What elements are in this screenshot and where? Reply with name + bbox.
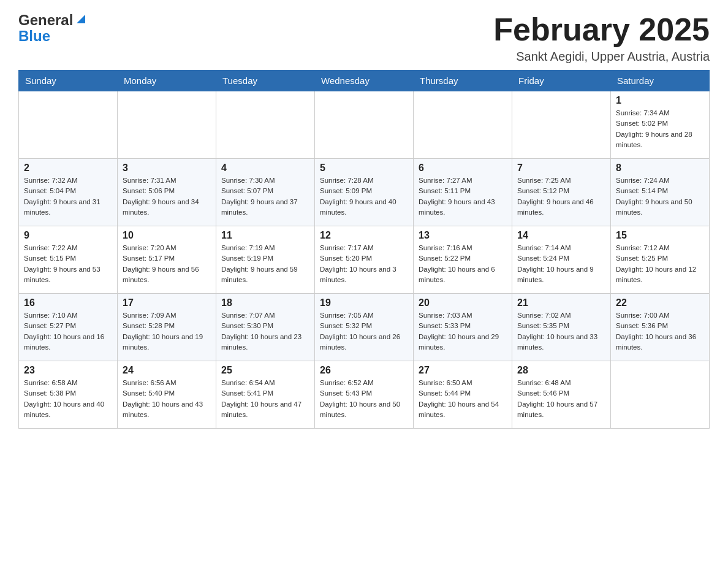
day-info: Sunrise: 6:52 AMSunset: 5:43 PMDaylight:… <box>320 378 408 420</box>
logo: General Blue <box>18 12 85 45</box>
calendar-cell: 6Sunrise: 7:27 AMSunset: 5:11 PMDaylight… <box>414 159 512 226</box>
title-section: February 2025 Sankt Aegidi, Upper Austri… <box>493 12 710 64</box>
calendar-cell: 27Sunrise: 6:50 AMSunset: 5:44 PMDayligh… <box>414 361 512 429</box>
calendar-cell: 12Sunrise: 7:17 AMSunset: 5:20 PMDayligh… <box>315 226 414 294</box>
calendar-cell <box>611 361 710 429</box>
calendar-cell <box>414 91 512 159</box>
day-info: Sunrise: 6:54 AMSunset: 5:41 PMDaylight:… <box>221 378 309 420</box>
calendar-cell: 10Sunrise: 7:20 AMSunset: 5:17 PMDayligh… <box>118 226 216 294</box>
calendar-cell: 1Sunrise: 7:34 AMSunset: 5:02 PMDaylight… <box>611 91 710 159</box>
calendar-cell: 26Sunrise: 6:52 AMSunset: 5:43 PMDayligh… <box>315 361 414 429</box>
calendar-cell: 22Sunrise: 7:00 AMSunset: 5:36 PMDayligh… <box>611 294 710 361</box>
day-number: 14 <box>517 230 605 241</box>
day-number: 2 <box>24 163 112 174</box>
col-wednesday: Wednesday <box>315 71 414 91</box>
day-number: 24 <box>123 365 211 376</box>
calendar-cell: 16Sunrise: 7:10 AMSunset: 5:27 PMDayligh… <box>19 294 118 361</box>
calendar-cell <box>118 91 216 159</box>
calendar-cell: 2Sunrise: 7:32 AMSunset: 5:04 PMDaylight… <box>19 159 118 226</box>
day-info: Sunrise: 7:32 AMSunset: 5:04 PMDaylight:… <box>24 175 112 218</box>
day-info: Sunrise: 7:34 AMSunset: 5:02 PMDaylight:… <box>616 108 704 150</box>
day-number: 20 <box>419 297 507 308</box>
day-number: 28 <box>517 365 605 376</box>
calendar-week-row: 16Sunrise: 7:10 AMSunset: 5:27 PMDayligh… <box>19 294 710 361</box>
calendar-cell: 4Sunrise: 7:30 AMSunset: 5:07 PMDaylight… <box>216 159 315 226</box>
calendar-cell: 11Sunrise: 7:19 AMSunset: 5:19 PMDayligh… <box>216 226 315 294</box>
day-number: 13 <box>419 230 507 241</box>
col-friday: Friday <box>512 71 611 91</box>
day-info: Sunrise: 7:16 AMSunset: 5:22 PMDaylight:… <box>419 243 507 285</box>
calendar-cell: 20Sunrise: 7:03 AMSunset: 5:33 PMDayligh… <box>414 294 512 361</box>
logo-blue-text: Blue <box>18 28 85 44</box>
day-info: Sunrise: 6:56 AMSunset: 5:40 PMDaylight:… <box>123 378 211 420</box>
calendar-cell <box>216 91 315 159</box>
calendar-cell: 7Sunrise: 7:25 AMSunset: 5:12 PMDaylight… <box>512 159 611 226</box>
calendar-cell <box>19 91 118 159</box>
col-thursday: Thursday <box>414 71 512 91</box>
calendar-cell: 25Sunrise: 6:54 AMSunset: 5:41 PMDayligh… <box>216 361 315 429</box>
logo-triangle-icon <box>74 13 85 28</box>
calendar-table: Sunday Monday Tuesday Wednesday Thursday… <box>18 70 710 429</box>
day-number: 1 <box>616 95 704 106</box>
calendar-cell <box>512 91 611 159</box>
day-info: Sunrise: 6:58 AMSunset: 5:38 PMDaylight:… <box>24 378 112 420</box>
calendar-cell: 13Sunrise: 7:16 AMSunset: 5:22 PMDayligh… <box>414 226 512 294</box>
day-info: Sunrise: 7:20 AMSunset: 5:17 PMDaylight:… <box>123 243 211 285</box>
day-number: 15 <box>616 230 704 241</box>
calendar-cell: 19Sunrise: 7:05 AMSunset: 5:32 PMDayligh… <box>315 294 414 361</box>
col-monday: Monday <box>118 71 216 91</box>
calendar-cell: 5Sunrise: 7:28 AMSunset: 5:09 PMDaylight… <box>315 159 414 226</box>
day-info: Sunrise: 7:30 AMSunset: 5:07 PMDaylight:… <box>221 175 309 218</box>
day-number: 18 <box>221 297 309 308</box>
day-number: 16 <box>24 297 112 308</box>
day-number: 17 <box>123 297 211 308</box>
day-number: 25 <box>221 365 309 376</box>
calendar-week-row: 1Sunrise: 7:34 AMSunset: 5:02 PMDaylight… <box>19 91 710 159</box>
day-info: Sunrise: 7:17 AMSunset: 5:20 PMDaylight:… <box>320 243 408 285</box>
calendar-week-row: 23Sunrise: 6:58 AMSunset: 5:38 PMDayligh… <box>19 361 710 429</box>
day-info: Sunrise: 7:00 AMSunset: 5:36 PMDaylight:… <box>616 310 704 353</box>
calendar-cell: 23Sunrise: 6:58 AMSunset: 5:38 PMDayligh… <box>19 361 118 429</box>
calendar-cell: 3Sunrise: 7:31 AMSunset: 5:06 PMDaylight… <box>118 159 216 226</box>
calendar-cell: 18Sunrise: 7:07 AMSunset: 5:30 PMDayligh… <box>216 294 315 361</box>
day-number: 7 <box>517 163 605 174</box>
day-info: Sunrise: 7:14 AMSunset: 5:24 PMDaylight:… <box>517 243 605 285</box>
day-number: 22 <box>616 297 704 308</box>
day-number: 19 <box>320 297 408 308</box>
day-number: 23 <box>24 365 112 376</box>
day-number: 8 <box>616 163 704 174</box>
calendar-cell: 9Sunrise: 7:22 AMSunset: 5:15 PMDaylight… <box>19 226 118 294</box>
day-number: 12 <box>320 230 408 241</box>
day-number: 3 <box>123 163 211 174</box>
day-number: 4 <box>221 163 309 174</box>
calendar-cell: 8Sunrise: 7:24 AMSunset: 5:14 PMDaylight… <box>611 159 710 226</box>
calendar-header-row: Sunday Monday Tuesday Wednesday Thursday… <box>19 71 710 91</box>
col-sunday: Sunday <box>19 71 118 91</box>
day-info: Sunrise: 7:07 AMSunset: 5:30 PMDaylight:… <box>221 310 309 353</box>
calendar-cell: 17Sunrise: 7:09 AMSunset: 5:28 PMDayligh… <box>118 294 216 361</box>
day-info: Sunrise: 7:31 AMSunset: 5:06 PMDaylight:… <box>123 175 211 218</box>
calendar-cell: 24Sunrise: 6:56 AMSunset: 5:40 PMDayligh… <box>118 361 216 429</box>
svg-marker-0 <box>77 15 85 23</box>
calendar-cell: 28Sunrise: 6:48 AMSunset: 5:46 PMDayligh… <box>512 361 611 429</box>
day-info: Sunrise: 7:28 AMSunset: 5:09 PMDaylight:… <box>320 175 408 218</box>
day-info: Sunrise: 7:25 AMSunset: 5:12 PMDaylight:… <box>517 175 605 218</box>
calendar-week-row: 9Sunrise: 7:22 AMSunset: 5:15 PMDaylight… <box>19 226 710 294</box>
day-info: Sunrise: 7:10 AMSunset: 5:27 PMDaylight:… <box>24 310 112 353</box>
day-info: Sunrise: 7:27 AMSunset: 5:11 PMDaylight:… <box>419 175 507 218</box>
calendar-cell: 15Sunrise: 7:12 AMSunset: 5:25 PMDayligh… <box>611 226 710 294</box>
logo-general-text: General <box>18 12 73 28</box>
day-number: 6 <box>419 163 507 174</box>
calendar-cell: 21Sunrise: 7:02 AMSunset: 5:35 PMDayligh… <box>512 294 611 361</box>
day-number: 10 <box>123 230 211 241</box>
col-saturday: Saturday <box>611 71 710 91</box>
day-number: 27 <box>419 365 507 376</box>
day-info: Sunrise: 7:05 AMSunset: 5:32 PMDaylight:… <box>320 310 408 353</box>
calendar-cell: 14Sunrise: 7:14 AMSunset: 5:24 PMDayligh… <box>512 226 611 294</box>
day-info: Sunrise: 7:19 AMSunset: 5:19 PMDaylight:… <box>221 243 309 285</box>
calendar-week-row: 2Sunrise: 7:32 AMSunset: 5:04 PMDaylight… <box>19 159 710 226</box>
location-subtitle: Sankt Aegidi, Upper Austria, Austria <box>493 50 710 64</box>
page-header: General Blue February 2025 Sankt Aegidi,… <box>18 12 710 64</box>
month-title: February 2025 <box>493 12 710 47</box>
day-info: Sunrise: 7:09 AMSunset: 5:28 PMDaylight:… <box>123 310 211 353</box>
